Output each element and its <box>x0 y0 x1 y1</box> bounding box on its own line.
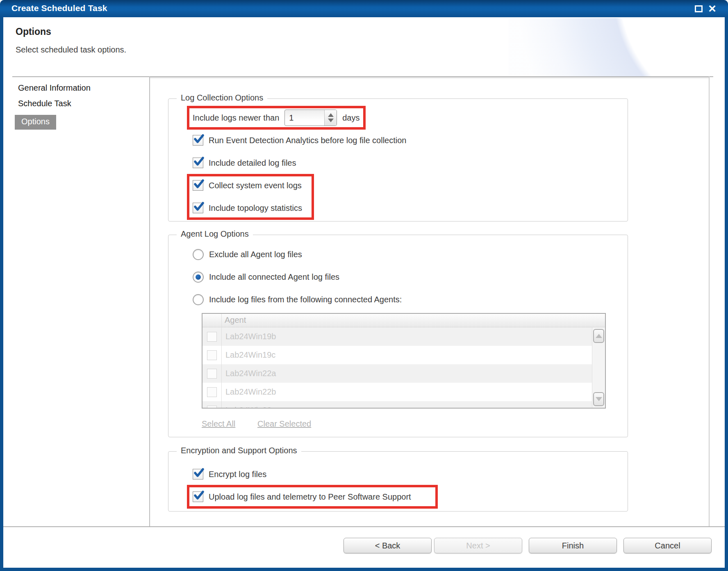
checkbox-run-eda[interactable] <box>193 135 203 146</box>
checkbox-detailed-logs[interactable] <box>193 158 203 168</box>
agent-table-scrollbar[interactable] <box>592 327 605 408</box>
check-icon <box>192 466 205 480</box>
checkbox-encrypt-logs[interactable] <box>193 469 203 480</box>
page-subtitle: Select scheduled task options. <box>16 45 126 55</box>
annotation-box-newer-than <box>187 106 366 130</box>
agent-name: Lab24Win22b <box>225 387 276 397</box>
agent-row-checkbox[interactable] <box>207 350 217 360</box>
content-right-border <box>709 76 710 526</box>
checkbox-label: Run Event Detection Analytics before log… <box>209 136 407 145</box>
agent-row: Lab24Win19c <box>202 346 605 364</box>
sidebar-item-general-information[interactable]: General Information <box>18 83 91 93</box>
footer-separator <box>3 526 725 527</box>
header-swoosh-decoration <box>508 18 725 76</box>
clear-selected-link[interactable]: Clear Selected <box>257 419 311 429</box>
agent-name: Lab24Win22c <box>225 406 275 409</box>
dialog-window: Create Scheduled Task ✕ Options Select s… <box>0 0 728 571</box>
radio-selected-dot <box>196 274 201 280</box>
agent-row: Lab24Win22b <box>202 383 605 401</box>
finish-button[interactable]: Finish <box>529 538 617 553</box>
checkbox-row-detailed-logs: Include detailed log files <box>193 155 296 171</box>
agent-row: Lab24Win22a <box>202 364 605 383</box>
scroll-up-icon <box>596 334 602 338</box>
radio-row-include-selected-agents: Include log files from the following con… <box>193 291 402 308</box>
close-icon[interactable]: ✕ <box>708 2 717 16</box>
radio-label: Include log files from the following con… <box>209 295 402 304</box>
agent-name: Lab24Win22a <box>225 369 276 378</box>
agent-name: Lab24Win19b <box>225 332 276 341</box>
agent-row: Lab24Win22c <box>202 401 605 409</box>
agent-row-checkbox[interactable] <box>207 406 217 409</box>
sidebar-item-schedule-task[interactable]: Schedule Task <box>18 99 71 108</box>
group-legend: Log Collection Options <box>177 93 267 103</box>
radio-label: Include all connected Agent log files <box>209 272 339 282</box>
radio-exclude-agent-logs[interactable] <box>193 249 204 260</box>
agent-row-checkbox[interactable] <box>207 332 217 342</box>
page-title: Options <box>16 26 51 37</box>
scroll-down-icon <box>596 397 602 401</box>
agent-row-checkbox[interactable] <box>207 369 217 379</box>
scrollbar-down-button[interactable] <box>593 392 604 406</box>
agent-column-header: Agent <box>225 315 246 325</box>
checkbox-label: Encrypt log files <box>209 470 266 479</box>
group-legend: Encryption and Support Options <box>177 446 301 455</box>
next-button[interactable]: Next > <box>434 538 522 553</box>
scrollbar-up-button[interactable] <box>593 329 604 343</box>
title-bar: Create Scheduled Task ✕ <box>0 0 728 17</box>
agent-row-checkbox[interactable] <box>207 387 217 397</box>
sidebar-separator <box>149 76 150 526</box>
cancel-button[interactable]: Cancel <box>623 538 712 553</box>
group-legend: Agent Log Options <box>177 229 253 239</box>
radio-label: Exclude all Agent log files <box>209 250 302 259</box>
content-top-band <box>150 77 709 78</box>
back-button[interactable]: < Back <box>344 538 432 553</box>
check-icon <box>192 132 205 146</box>
agent-row: Lab24Win19b <box>202 327 605 346</box>
radio-include-all-agent-logs[interactable] <box>193 272 204 283</box>
agent-name: Lab24Win19c <box>225 350 275 360</box>
radio-row-exclude-agents: Exclude all Agent log files <box>193 246 302 263</box>
agent-table-header: Agent <box>202 314 605 327</box>
maximize-icon[interactable] <box>695 5 703 12</box>
select-all-link[interactable]: Select All <box>202 419 235 429</box>
checkbox-row-run-eda: Run Event Detection Analytics before log… <box>193 132 407 148</box>
agent-list-table: Agent Lab24Win19b Lab24Win19c Lab24Win22… <box>202 313 606 409</box>
sidebar-item-options-selected[interactable]: Options <box>15 115 56 130</box>
annotation-box-event-logs-topology <box>187 174 314 220</box>
checkbox-row-encrypt-logs: Encrypt log files <box>193 466 266 482</box>
checkbox-label: Include detailed log files <box>209 158 296 168</box>
radio-include-selected-agents[interactable] <box>193 294 204 305</box>
annotation-box-upload-telemetry <box>187 485 438 509</box>
radio-row-include-all-agents: Include all connected Agent log files <box>193 269 339 285</box>
checkbox-column-divider <box>221 314 222 408</box>
check-icon <box>192 155 205 168</box>
window-title: Create Scheduled Task <box>11 3 107 13</box>
